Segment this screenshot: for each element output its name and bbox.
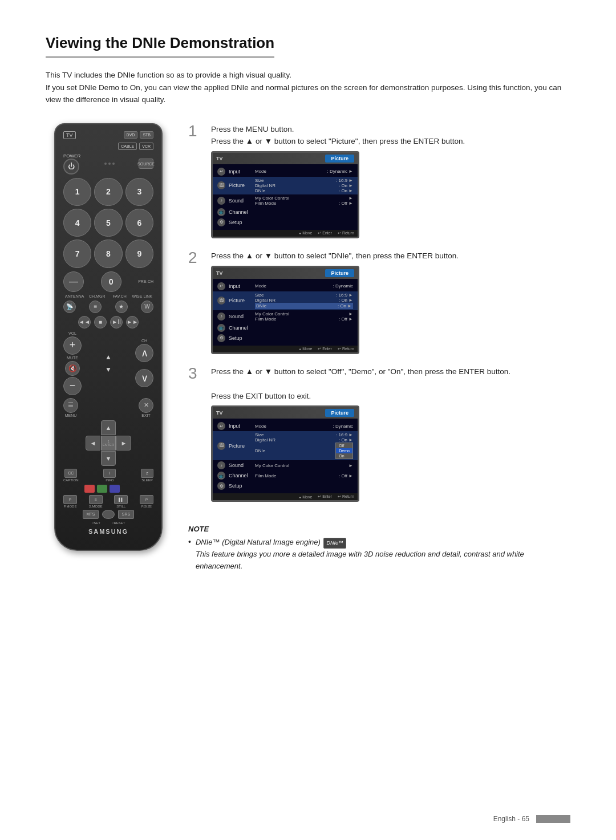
enter-button[interactable]: ⤵ ENTER [101, 436, 116, 451]
vol-up-btn[interactable]: + [63, 336, 82, 355]
footer-return-1: ↩ Return [338, 231, 354, 236]
source-button[interactable]: SOURCE [139, 159, 153, 169]
channel-name-3: Channel [229, 473, 252, 478]
btn-6[interactable]: 6 [125, 209, 153, 237]
power-button[interactable]: ⏻ [63, 159, 79, 175]
btn-2[interactable]: 2 [94, 178, 122, 206]
ch-up-big-btn[interactable]: ∧ [135, 344, 153, 362]
opt-on[interactable]: On [336, 453, 352, 458]
step-1-content: Press the MENU button. Press the ▲ or ▼ … [211, 123, 570, 238]
black-button[interactable] [122, 485, 132, 493]
menu-row-sound-1: ♪ Sound My Color Control ► Film Mode [213, 194, 358, 207]
btn-9[interactable]: 9 [125, 240, 153, 267]
menu-row-input-3: ↵ Input Mode : Dynamic [213, 421, 358, 431]
tv-footer-3: ⬥ Move ↵ Enter ↩ Return [213, 493, 358, 500]
btn-dash[interactable]: — [63, 271, 84, 292]
exit-button[interactable]: ✕ [139, 398, 153, 413]
ch-down-btn[interactable]: ▼ [102, 363, 115, 376]
wiselink-btn[interactable]: W [141, 301, 153, 313]
dpad-left[interactable]: ◄ [86, 436, 100, 451]
sound-entries-3: My Color Control ► [255, 463, 353, 468]
caption-button[interactable]: CC [64, 469, 77, 478]
tv-label-1: TV [216, 156, 223, 161]
setup-name-3: Setup [229, 483, 252, 489]
tv-footer-1: ⬥ Move ↵ Enter ↩ Return [213, 230, 358, 237]
info-button[interactable]: i [103, 469, 116, 478]
footer-enter-1: ↵ Enter [318, 231, 332, 236]
remote-top2: CABLE VCR [63, 143, 153, 150]
circle-btn[interactable] [102, 510, 115, 519]
dpad-down[interactable]: ▼ [101, 451, 116, 466]
mute-label: MUTE [67, 356, 78, 360]
caption-label: CAPTION [63, 478, 79, 482]
vcr-button[interactable]: VCR [139, 143, 153, 150]
btn-4[interactable]: 4 [63, 209, 91, 237]
input-name-2: Input [229, 283, 252, 289]
still-button[interactable]: ▌▌ [114, 495, 128, 504]
mts-button[interactable]: MTS [83, 510, 99, 519]
blue-button[interactable] [110, 485, 120, 493]
step-3-text: Press the ▲ or ▼ button to select "Off",… [211, 366, 570, 403]
ch-down-big-btn[interactable]: ∨ [135, 369, 153, 387]
psize-button[interactable]: P [140, 495, 153, 504]
sleep-button[interactable]: z [141, 469, 153, 478]
set-o-label: ○SET [92, 521, 100, 525]
play-btn[interactable]: ►II [110, 316, 123, 328]
ch-up-btn[interactable]: ▲ [102, 351, 115, 363]
menu-row-picture-3: 🖼 Picture Size : 16:9 ► Digital NR [213, 431, 358, 460]
steps-area: 1 Press the MENU button. Press the ▲ or … [188, 123, 570, 573]
tv-menu-body-1: ↵ Input Mode : Dynamic ► [213, 164, 358, 230]
samsung-logo: SAMSUNG [63, 528, 153, 535]
dpad-right[interactable]: ► [116, 436, 131, 451]
transport-row: ◄◄ ■ ►II ►► [63, 316, 153, 328]
favch-btn[interactable]: ★ [115, 301, 128, 313]
btn-8[interactable]: 8 [94, 240, 122, 267]
rew-btn[interactable]: ◄◄ [78, 316, 91, 328]
pmode-button[interactable]: P [63, 495, 77, 504]
btn-3[interactable]: 3 [125, 178, 153, 206]
footer-move-3: ⬥ Move [299, 494, 312, 499]
channel-icon-1: 📺 [217, 208, 225, 216]
chmgr-btn[interactable]: ≡ [89, 301, 102, 313]
menu-button[interactable]: ☰ [63, 398, 78, 413]
page-footer: English - 65 [493, 815, 570, 823]
vol-down-btn[interactable]: − [63, 377, 82, 395]
opt-demo[interactable]: Demo [336, 448, 352, 453]
footer-return-3: ↩ Return [338, 494, 354, 499]
green-button[interactable] [97, 485, 107, 493]
favch-label: FAV.CH [108, 294, 131, 298]
ff-btn[interactable]: ►► [126, 316, 139, 328]
setup-icon-3: ⚙ [217, 482, 225, 490]
still-item: ▌▌ STILL [114, 495, 128, 508]
page-container: Viewing the DNIe Demonstration This TV i… [0, 0, 616, 607]
step-2: 2 Press the ▲ or ▼ button to select "DNI… [188, 250, 570, 354]
sound-icon-1: ♪ [217, 197, 225, 205]
wiselink-label: WISE LINK [131, 294, 154, 298]
btn-0[interactable]: 0 [101, 271, 121, 292]
remote-control: TV DVD STB CABLE VCR POWER [54, 123, 163, 551]
mute-btn[interactable]: 🔇 [65, 361, 80, 376]
opt-off[interactable]: Off [336, 443, 352, 448]
antenna-btn[interactable]: 📡 [63, 301, 76, 313]
cable-button[interactable]: CABLE [118, 143, 137, 150]
input-icon-2: ↵ [217, 282, 225, 290]
stop-btn[interactable]: ■ [94, 316, 107, 328]
menu-row-channel-3: 📺 Channel Film Mode : Off ► [213, 470, 358, 481]
btn-7[interactable]: 7 [63, 240, 91, 267]
stb-button[interactable]: STB [140, 131, 153, 139]
caption-row: CC CAPTION i INFO z SLEEP [63, 469, 153, 482]
sound-name-2: Sound [229, 314, 252, 319]
dvd-button[interactable]: DVD [124, 131, 138, 139]
tv-screen-3: TV Picture ↵ Input Mode : Dynamic [211, 405, 359, 502]
btn-5[interactable]: 5 [94, 209, 122, 237]
ch-arrows: ▲ ▼ [102, 351, 115, 376]
red-button[interactable] [84, 485, 95, 493]
tv-button[interactable]: TV [63, 131, 76, 139]
btn-1[interactable]: 1 [63, 178, 91, 206]
smode-label: S.MODE [89, 505, 103, 508]
mts-srs-row: MTS SRS [63, 510, 153, 519]
srs-button[interactable]: SRS [118, 510, 134, 519]
sound-icon-3: ♪ [217, 461, 225, 469]
dpad-up[interactable]: ▲ [101, 420, 116, 435]
smode-button[interactable]: S [89, 495, 103, 504]
